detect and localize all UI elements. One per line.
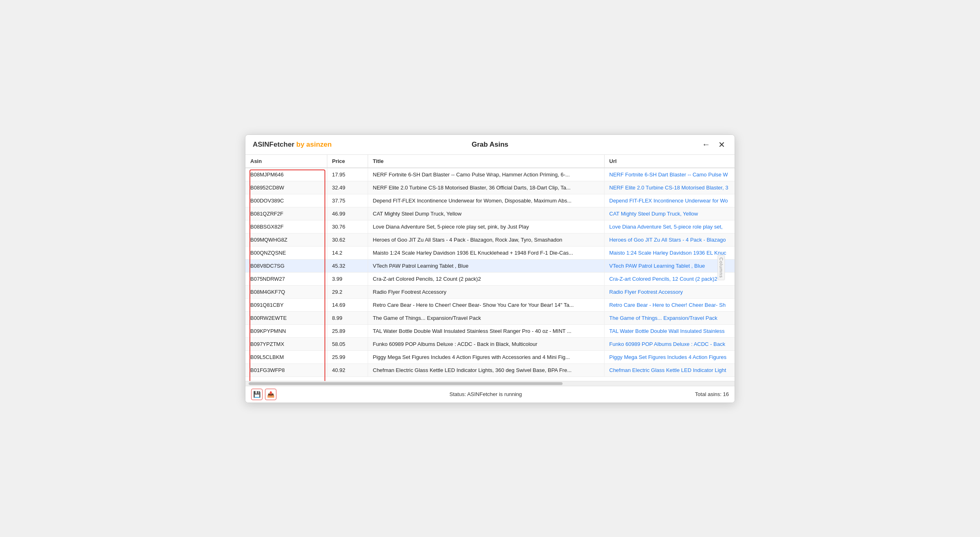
cell-asin: B097YPZTMX [245, 337, 327, 350]
header-url: Url [604, 155, 735, 168]
horizontal-scrollbar[interactable] [245, 381, 735, 386]
table-row[interactable]: B08MJPM64617.95NERF Fortnite 6-SH Dart B… [245, 168, 735, 181]
total-label: Total asins: [695, 391, 722, 397]
cell-url[interactable]: CAT Mighty Steel Dump Truck, Yellow [604, 207, 735, 220]
header-price: Price [327, 155, 368, 168]
cell-url[interactable]: Heroes of Goo JIT Zu All Stars - 4 Pack … [604, 233, 735, 246]
header-title: Title [368, 155, 604, 168]
cell-url[interactable]: Funko 60989 POP Albums Deluxe : ACDC - B… [604, 337, 735, 350]
cell-title: Chefman Electric Glass Kettle LED Indica… [368, 363, 604, 376]
back-button[interactable]: ← [700, 139, 712, 150]
table-row[interactable]: B08BSGX82F30.76Love Diana Adventure Set,… [245, 220, 735, 233]
status-text: Status: ASINFetcher is running [281, 391, 690, 397]
titlebar-actions: ← ✕ [700, 139, 727, 150]
table-row[interactable]: B00DOV389C37.75Depend FIT-FLEX Incontine… [245, 194, 735, 207]
cell-url[interactable]: Retro Care Bear - Here to Cheer! Cheer B… [604, 298, 735, 311]
cell-price: 40.92 [327, 363, 368, 376]
total-asins: Total asins: 16 [695, 391, 729, 397]
cell-price: 37.75 [327, 194, 368, 207]
cell-url[interactable]: VTech PAW Patrol Learning Tablet , Blue [604, 259, 735, 272]
cell-title: NERF Elite 2.0 Turbine CS-18 Motorised B… [368, 181, 604, 194]
cell-url[interactable]: NERF Fortnite 6-SH Dart Blaster -- Camo … [604, 168, 735, 181]
total-value: 16 [723, 391, 729, 397]
table-body: B08MJPM64617.95NERF Fortnite 6-SH Dart B… [245, 168, 735, 377]
save-icon: 💾 [253, 391, 261, 398]
table-row[interactable]: B097YPZTMX58.05Funko 60989 POP Albums De… [245, 337, 735, 350]
cell-asin: B00QNZQSNE [245, 246, 327, 259]
cell-price: 25.99 [327, 350, 368, 363]
table-row[interactable]: B01FG3WFP840.92Chefman Electric Glass Ke… [245, 363, 735, 376]
table-row[interactable]: B09MQWHG8Z30.62Heroes of Goo JIT Zu All … [245, 233, 735, 246]
table-row[interactable]: B09KPYPMNN25.89TAL Water Bottle Double W… [245, 324, 735, 337]
cell-asin: B08MJPM646 [245, 168, 327, 181]
table-container[interactable]: Columns Asin Price Title Url B08MJPM6461… [245, 155, 735, 381]
table-row[interactable]: B081QZRF2F46.99CAT Mighty Steel Dump Tru… [245, 207, 735, 220]
cell-price: 17.95 [327, 168, 368, 181]
cell-asin: B00DOV389C [245, 194, 327, 207]
table-row[interactable]: B075NDRW273.99Cra-Z-art Colored Pencils,… [245, 272, 735, 285]
cell-asin: B081QZRF2F [245, 207, 327, 220]
cell-price: 8.99 [327, 311, 368, 324]
cell-url[interactable]: Love Diana Adventure Set, 5-piece role p… [604, 220, 735, 233]
cell-price: 30.76 [327, 220, 368, 233]
columns-label[interactable]: Columns [717, 255, 725, 280]
cell-price: 46.99 [327, 207, 368, 220]
table-row[interactable]: B08M4GKF7Q29.2Radio Flyer Footrest Acces… [245, 285, 735, 298]
cell-title: Heroes of Goo JIT Zu All Stars - 4 Pack … [368, 233, 604, 246]
cell-price: 45.32 [327, 259, 368, 272]
cell-title: Piggy Mega Set Figures Includes 4 Action… [368, 350, 604, 363]
cell-title: Maisto 1:24 Scale Harley Davidson 1936 E… [368, 246, 604, 259]
cell-url[interactable]: TAL Water Bottle Double Wall Insulated S… [604, 324, 735, 337]
titlebar: ASINFetcher by asinzen Grab Asins ← ✕ [245, 135, 735, 155]
cell-asin: B08BSGX82F [245, 220, 327, 233]
table-row[interactable]: B08952CD8W32.49NERF Elite 2.0 Turbine CS… [245, 181, 735, 194]
window-title: Grab Asins [472, 141, 508, 149]
brand-suffix: by asinzen [294, 141, 332, 148]
cell-url[interactable]: Depend FIT-FLEX Incontinence Underwear f… [604, 194, 735, 207]
cell-asin: B08952CD8W [245, 181, 327, 194]
cell-url[interactable]: Cra-Z-art Colored Pencils, 12 Count (2 p… [604, 272, 735, 285]
cell-title: Retro Care Bear - Here to Cheer! Cheer B… [368, 298, 604, 311]
table-row[interactable]: B08V8DC7SG45.32VTech PAW Patrol Learning… [245, 259, 735, 272]
table-row[interactable]: B00RW2EWTE8.99The Game of Things... Expa… [245, 311, 735, 324]
cell-url[interactable]: Maisto 1:24 Scale Harley Davidson 1936 E… [604, 246, 735, 259]
cell-title: Radio Flyer Footrest Accessory [368, 285, 604, 298]
cell-price: 29.2 [327, 285, 368, 298]
cell-asin: B075NDRW27 [245, 272, 327, 285]
cell-title: The Game of Things... Expansion/Travel P… [368, 311, 604, 324]
table-row[interactable]: B091Q81CBY14.69Retro Care Bear - Here to… [245, 298, 735, 311]
cell-url[interactable]: Chefman Electric Glass Kettle LED Indica… [604, 363, 735, 376]
statusbar: 💾 📤 Status: ASINFetcher is running Total… [245, 386, 735, 403]
cell-title: Cra-Z-art Colored Pencils, 12 Count (2 p… [368, 272, 604, 285]
export-icon-btn[interactable]: 📤 [265, 389, 276, 400]
cell-url[interactable]: The Game of Things... Expansion/Travel P… [604, 311, 735, 324]
cell-asin: B00RW2EWTE [245, 311, 327, 324]
cell-asin: B08M4GKF7Q [245, 285, 327, 298]
scrollbar-thumb [249, 382, 563, 385]
cell-price: 3.99 [327, 272, 368, 285]
cell-asin: B08V8DC7SG [245, 259, 327, 272]
cell-asin: B09L5CLBKM [245, 350, 327, 363]
table-row[interactable]: B09L5CLBKM25.99Piggy Mega Set Figures In… [245, 350, 735, 363]
cell-price: 14.2 [327, 246, 368, 259]
cell-asin: B09MQWHG8Z [245, 233, 327, 246]
cell-price: 30.62 [327, 233, 368, 246]
cell-price: 32.49 [327, 181, 368, 194]
cell-title: TAL Water Bottle Double Wall Insulated S… [368, 324, 604, 337]
cell-title: NERF Fortnite 6-SH Dart Blaster -- Camo … [368, 168, 604, 181]
cell-title: Depend FIT-FLEX Incontinence Underwear f… [368, 194, 604, 207]
close-button[interactable]: ✕ [716, 139, 727, 150]
cell-title: Funko 60989 POP Albums Deluxe : ACDC - B… [368, 337, 604, 350]
table-header: Asin Price Title Url [245, 155, 735, 168]
statusbar-icons: 💾 📤 [251, 389, 276, 400]
cell-url[interactable]: Piggy Mega Set Figures Includes 4 Action… [604, 350, 735, 363]
cell-price: 25.89 [327, 324, 368, 337]
cell-price: 58.05 [327, 337, 368, 350]
data-table: Asin Price Title Url B08MJPM64617.95NERF… [245, 155, 735, 377]
table-row[interactable]: B00QNZQSNE14.2Maisto 1:24 Scale Harley D… [245, 246, 735, 259]
save-icon-btn[interactable]: 💾 [251, 389, 263, 400]
cell-url[interactable]: NERF Elite 2.0 Turbine CS-18 Motorised B… [604, 181, 735, 194]
export-icon: 📤 [267, 391, 275, 398]
cell-title: Love Diana Adventure Set, 5-piece role p… [368, 220, 604, 233]
cell-url[interactable]: Radio Flyer Footrest Accessory [604, 285, 735, 298]
